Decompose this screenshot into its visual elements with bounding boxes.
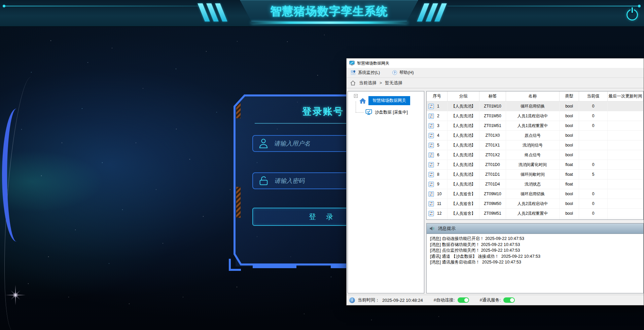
table-row-partial[interactable] [427,218,643,220]
cell-name: 终点信号 [506,150,560,160]
log-line: [消息] 点位监控功能关闭！ 2025-09-22 10:47:53 [430,248,640,254]
cell-type: bool [560,189,579,199]
window-content: 智慧猪场数据网关 沙盘数据 [采集中] 序号 分组 标签 名称 [347,88,644,295]
cell-tag: ZT01D4 [479,179,506,189]
cell-type: bool [560,101,579,111]
power-icon[interactable] [627,9,638,20]
column-header[interactable]: 序号 [427,91,448,101]
column-header[interactable]: 标签 [479,91,506,101]
cell-value: 0 [579,121,608,130]
window-titlebar[interactable]: 智慧猪场数据网关 [347,58,644,68]
table-row[interactable]: 11 【人员巡舍】 ZT09M50 人员2流程启动中 bool 0 [427,199,643,209]
table-body: 1 【人员洗消】 ZT01M10 循环启用切换 bool 0 2 【人员洗消】 … [427,101,643,220]
cell-seq: 3 [437,123,439,128]
message-panel-title: 消息提示 [438,225,456,232]
table-row[interactable]: 12 【人员巡舍】 ZT09M51 人员2流程重置中 bool 0 [427,209,643,218]
cell-type: float [560,170,579,179]
cell-name: 人员2流程启动中 [506,199,560,208]
point-icon [428,104,434,109]
cell-group: 【人员洗消】 [448,111,479,121]
table-row[interactable]: 2 【人员洗消】 ZT01M50 人员1流程启动中 bool 0 [427,111,643,121]
table-row[interactable]: 9 【人员洗消】 ZT01D4 洗消状态 float [427,179,643,189]
cell-name: 洗消间信号 [506,140,560,150]
column-header[interactable]: 分组 [448,91,479,101]
auto-connect-toggle[interactable] [458,297,469,303]
tree-node-label: 沙盘数据 [采集中] [375,110,408,115]
cell-last-update [608,189,643,199]
breadcrumb-label: 当前选择 [359,80,377,86]
cell-value [579,179,608,189]
cell-tag: ZT01D1 [479,170,506,179]
cell-value [579,218,608,220]
cell-tag: ZT09M50 [479,199,506,208]
comm-service-toggle[interactable] [503,297,515,303]
table-row[interactable]: 4 【人员洗消】 ZT01X0 原点信号 bool [427,131,643,140]
table-row[interactable]: 1 【人员洗消】 ZT01M10 循环启用切换 bool 0 [427,101,643,111]
point-icon [428,181,434,187]
cell-value: 0 [579,209,608,218]
message-panel-header: 消息提示 [427,223,643,234]
svg-text:?: ? [394,71,396,74]
cell-type: bool [560,111,579,121]
cell-seq: 2 [437,114,439,118]
top-header-bar: 智慧猪场数字孪生系统 [0,0,644,27]
table-row[interactable]: 3 【人员洗消】 ZT01M51 人员1流程重置中 bool 0 [427,121,643,131]
title-banner: 智慧猪场数字孪生系统 [240,0,418,22]
page-title: 智慧猪场数字孪生系统 [240,0,418,22]
header-line-right [448,6,640,6]
window-title: 智慧猪场数据网关 [357,60,389,66]
point-icon [428,142,434,148]
log-line: [通讯] 通道 【沙盘数据】 连接成功！ 2025-09-22 10:47:53 [430,254,640,260]
cell-group: 【人员巡舍】 [448,209,479,218]
point-icon [428,113,434,119]
table-row[interactable]: 10 【人员巡舍】 ZT09M10 循环启用切换 bool 0 [427,189,643,199]
points-table: 序号 分组 标签 名称 类型 当前值 最后一次更新时间 [426,91,644,220]
cell-seq: 1 [437,104,439,109]
cell-value: 0 [579,111,608,121]
cell-last-update [608,218,643,220]
cell-seq: 4 [437,133,439,138]
cell-type: bool [560,140,579,150]
cell-tag: ZT01M10 [479,101,506,111]
cell-last-update [608,209,643,218]
cell-last-update [608,140,643,150]
auto-connect-label: #自动连接: [434,297,455,303]
cell-seq: 10 [437,192,441,196]
cell-tag: ZT01M50 [479,111,506,121]
cell-value: 0 [579,101,608,111]
point-icon [428,191,434,197]
cell-type: float [560,160,579,169]
cell-value: 0 [579,189,608,199]
column-header[interactable]: 类型 [560,91,579,101]
home-icon [350,80,356,86]
tree-node-gateway[interactable]: 智慧猪场数据网关 [348,96,410,105]
window-app-icon [349,60,355,66]
tree-node-sandbox-data[interactable]: 沙盘数据 [采集中] [348,109,408,116]
info-icon: i [349,297,355,303]
right-column: 序号 分组 标签 名称 类型 当前值 最后一次更新时间 [426,91,644,293]
login-panel: 登录账号 登 录 [225,91,357,274]
cell-name: 循环启用切换 [506,101,560,111]
point-icon [428,211,434,216]
point-icon [428,162,434,168]
menu-system-monitor[interactable]: 系统监控(L) [349,69,381,77]
column-header[interactable]: 当前值 [579,91,608,101]
message-log: [消息] 自动连接功能已开启！ 2025-09-22 10:47:53[消息] … [427,234,643,293]
table-row[interactable]: 5 【人员洗消】 ZT01X1 洗消间信号 bool [427,140,643,150]
menu-help[interactable]: ? 帮助(H) [391,69,415,77]
column-header[interactable]: 最后一次更新时间 [608,91,643,101]
cell-value: 5 [579,170,608,179]
cell-name: 循环启用切换 [506,189,560,199]
cell-group: 【人员洗消】 [448,140,479,150]
table-row[interactable]: 6 【人员洗消】 ZT01X2 终点信号 bool [427,150,643,160]
star-sparkle [5,285,26,305]
table-row[interactable]: 7 【人员洗消】 ZT01D0 洗消间雾化时间 float 0 [427,160,643,170]
log-line: [消息] 自动连接功能已开启！ 2025-09-22 10:47:53 [430,236,640,242]
right-slash-decoration [421,3,443,22]
column-header[interactable]: 名称 [506,91,560,101]
cell-group: 【人员洗消】 [448,179,479,189]
breadcrumb: 当前选择 > 暂无选择 [347,77,644,88]
table-row[interactable]: 8 【人员洗消】 ZT01D1 循环间歇时间 float 5 [427,170,643,179]
breadcrumb-current: 暂无选择 [385,80,402,86]
blue-arc-decoration [2,109,31,242]
